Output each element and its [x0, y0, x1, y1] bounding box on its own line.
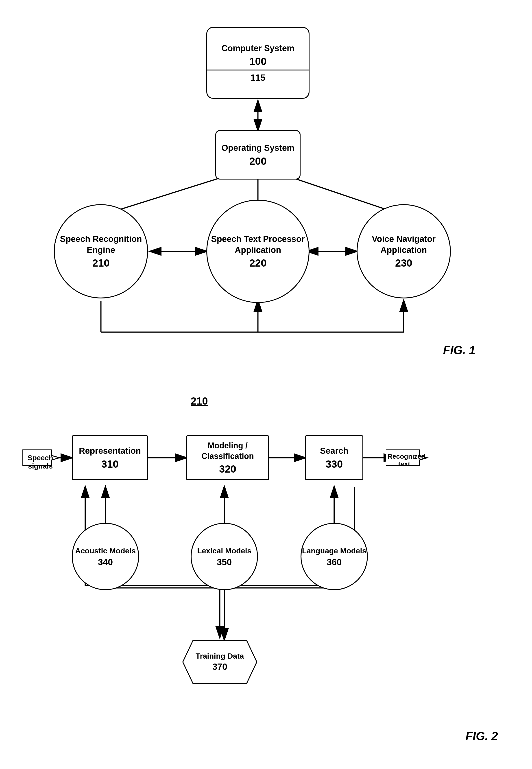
computer-system-sub: 115	[251, 73, 266, 83]
computer-system-box: Computer System 100 115	[206, 27, 310, 99]
search-title: Search	[320, 446, 349, 457]
search-box: Search 330	[305, 435, 363, 480]
voice-navigator-circle: Voice Navigator Application 230	[357, 204, 451, 298]
voice-navigator-title: Voice Navigator Application	[358, 233, 450, 256]
computer-system-title: Computer System	[221, 43, 294, 54]
page: Computer System 100 115 Operating System…	[0, 0, 532, 769]
modeling-box: Modeling / Classification 320	[186, 435, 269, 480]
operating-system-num: 200	[249, 155, 267, 167]
computer-system-num: 100	[221, 55, 294, 67]
speech-recognition-circle: Speech Recognition Engine 210	[54, 204, 148, 298]
speech-text-num: 220	[249, 257, 267, 269]
voice-navigator-num: 230	[395, 257, 412, 269]
speech-recognition-num: 210	[92, 257, 110, 269]
search-num: 330	[326, 458, 343, 470]
fig2-ref-num: 210	[191, 395, 208, 407]
training-data-shape: Training Data 370	[182, 640, 258, 685]
recognized-text-container: Recognized text	[386, 448, 431, 469]
fig2-diagram: 210	[22, 393, 516, 756]
recognized-text-label: Recognized text	[388, 453, 421, 468]
operating-system-title: Operating System	[221, 142, 294, 153]
speech-signals-label: Speech signals	[25, 454, 56, 470]
acoustic-title: Acoustic Models	[75, 546, 136, 556]
representation-num: 310	[101, 458, 119, 470]
fig1-diagram: Computer System 100 115 Operating System…	[22, 13, 493, 384]
speech-text-title: Speech Text Processor Application	[207, 233, 309, 256]
representation-title: Representation	[79, 446, 141, 457]
fig2-label: FIG. 2	[466, 729, 498, 743]
language-models-circle: Language Models 360	[301, 523, 368, 590]
modeling-num: 320	[219, 463, 236, 475]
speech-text-circle: Speech Text Processor Application 220	[206, 200, 310, 303]
lexical-models-circle: Lexical Models 350	[191, 523, 258, 590]
fig1-label: FIG. 1	[443, 343, 475, 357]
representation-box: Representation 310	[72, 435, 148, 480]
svg-text:Training Data: Training Data	[196, 652, 244, 660]
lexical-title: Lexical Models	[197, 546, 251, 556]
operating-system-box: Operating System 200	[215, 130, 301, 179]
language-title: Language Models	[302, 546, 366, 556]
svg-text:370: 370	[212, 662, 227, 672]
language-num: 360	[327, 557, 342, 567]
acoustic-models-circle: Acoustic Models 340	[72, 523, 139, 590]
lexical-num: 350	[217, 557, 232, 567]
speech-recognition-title: Speech Recognition Engine	[55, 233, 147, 256]
speech-signals-container: Speech signals	[22, 448, 63, 468]
acoustic-num: 340	[98, 557, 113, 567]
modeling-title: Modeling / Classification	[187, 441, 268, 462]
